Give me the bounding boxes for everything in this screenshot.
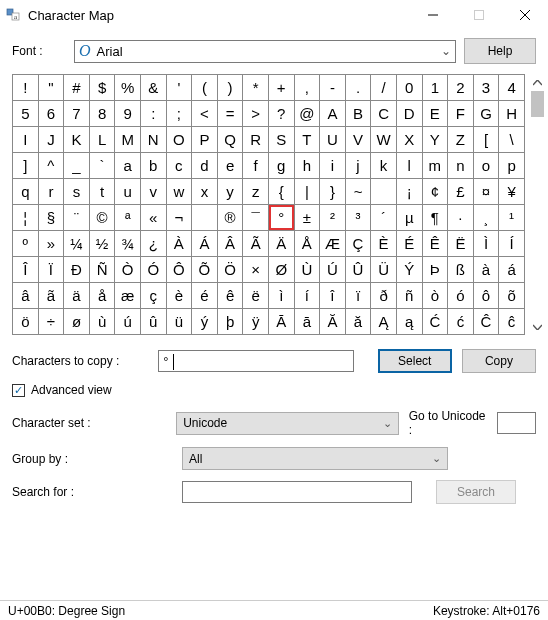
char-cell[interactable]: ã (39, 283, 64, 308)
char-cell[interactable]: j (346, 153, 371, 178)
char-cell[interactable]: B (346, 101, 371, 126)
char-cell[interactable]: 2 (448, 75, 473, 100)
char-cell[interactable]: G (474, 101, 499, 126)
char-cell[interactable]: S (269, 127, 294, 152)
char-cell[interactable]: ) (218, 75, 243, 100)
scroll-thumb[interactable] (531, 91, 544, 117)
char-cell[interactable]: ą (397, 309, 422, 334)
char-cell[interactable]: ¸ (474, 205, 499, 230)
char-cell[interactable]: « (141, 205, 166, 230)
char-cell[interactable]: E (423, 101, 448, 126)
char-cell[interactable]: k (371, 153, 396, 178)
char-cell[interactable]: 3 (474, 75, 499, 100)
char-cell[interactable]: Ø (269, 257, 294, 282)
char-cell[interactable]: ~ (346, 179, 371, 204)
char-cell[interactable]: ô (474, 283, 499, 308)
char-cell[interactable]: [ (474, 127, 499, 152)
char-cell[interactable]: J (39, 127, 64, 152)
char-cell[interactable]: Z (448, 127, 473, 152)
char-cell[interactable]: ³ (346, 205, 371, 230)
char-cell[interactable]: ø (64, 309, 89, 334)
char-cell[interactable]: ' (167, 75, 192, 100)
char-cell[interactable]: t (90, 179, 115, 204)
char-cell[interactable]: Ý (397, 257, 422, 282)
char-cell[interactable]: f (243, 153, 268, 178)
char-cell[interactable]: d (192, 153, 217, 178)
char-cell[interactable]: ß (448, 257, 473, 282)
char-cell[interactable]: o (474, 153, 499, 178)
char-cell[interactable]: b (141, 153, 166, 178)
char-cell[interactable]: & (141, 75, 166, 100)
char-cell[interactable]: º (13, 231, 38, 256)
char-cell[interactable]: v (141, 179, 166, 204)
char-cell[interactable]: x (192, 179, 217, 204)
char-cell[interactable]: § (39, 205, 64, 230)
char-cell[interactable]: { (269, 179, 294, 204)
char-cell[interactable]: é (192, 283, 217, 308)
char-cell[interactable]: » (39, 231, 64, 256)
char-cell[interactable]: C (371, 101, 396, 126)
char-cell[interactable]: Í (499, 231, 524, 256)
char-cell[interactable]: Y (423, 127, 448, 152)
char-cell[interactable]: ò (423, 283, 448, 308)
char-cell[interactable]: í (295, 283, 320, 308)
char-cell[interactable]: ý (192, 309, 217, 334)
close-button[interactable] (502, 0, 548, 30)
char-cell[interactable]: * (243, 75, 268, 100)
char-cell[interactable]: ¿ (141, 231, 166, 256)
char-cell[interactable]: V (346, 127, 371, 152)
char-cell[interactable]: É (397, 231, 422, 256)
char-cell[interactable]: à (474, 257, 499, 282)
char-cell[interactable]: F (448, 101, 473, 126)
char-cell[interactable]: + (269, 75, 294, 100)
char-cell[interactable]: ÷ (39, 309, 64, 334)
char-cell[interactable]: Ò (115, 257, 140, 282)
char-cell[interactable]: ó (448, 283, 473, 308)
char-cell[interactable]: | (295, 179, 320, 204)
char-cell[interactable]: Ö (218, 257, 243, 282)
char-cell[interactable]: N (141, 127, 166, 152)
char-cell[interactable]: ? (269, 101, 294, 126)
char-cell[interactable]: Ĉ (474, 309, 499, 334)
char-cell[interactable]: 6 (39, 101, 64, 126)
char-cell[interactable]: # (64, 75, 89, 100)
help-button[interactable]: Help (464, 38, 536, 64)
grid-scrollbar[interactable] (529, 74, 546, 335)
char-cell[interactable]: > (243, 101, 268, 126)
char-cell[interactable]: µ (397, 205, 422, 230)
char-cell[interactable]: Æ (320, 231, 345, 256)
charset-dropdown[interactable]: Unicode ⌄ (176, 412, 399, 435)
char-cell[interactable]: â (13, 283, 38, 308)
char-cell[interactable]: T (295, 127, 320, 152)
char-cell[interactable]: Ù (295, 257, 320, 282)
char-cell[interactable]: ° (269, 205, 294, 230)
scroll-down-arrow[interactable] (529, 318, 546, 335)
char-cell[interactable]: ¨ (64, 205, 89, 230)
char-cell[interactable]: - (320, 75, 345, 100)
scroll-track[interactable] (529, 91, 546, 318)
char-cell[interactable]: õ (499, 283, 524, 308)
char-cell[interactable]: $ (90, 75, 115, 100)
char-cell[interactable]: £ (448, 179, 473, 204)
char-cell[interactable]: c (167, 153, 192, 178)
char-cell[interactable]: ¶ (423, 205, 448, 230)
char-cell[interactable]: ć (448, 309, 473, 334)
char-cell[interactable]: ¤ (474, 179, 499, 204)
char-cell[interactable]: ¾ (115, 231, 140, 256)
char-cell[interactable]: Ì (474, 231, 499, 256)
char-cell[interactable]: 0 (397, 75, 422, 100)
char-cell[interactable]: D (397, 101, 422, 126)
char-cell[interactable]: 1 (423, 75, 448, 100)
char-cell[interactable]: Ñ (90, 257, 115, 282)
char-cell[interactable]: q (13, 179, 38, 204)
char-cell[interactable]: Ô (167, 257, 192, 282)
char-cell[interactable]: 4 (499, 75, 524, 100)
char-cell[interactable]: s (64, 179, 89, 204)
char-cell[interactable]: Ë (448, 231, 473, 256)
char-cell[interactable]: ï (346, 283, 371, 308)
char-cell[interactable]: ( (192, 75, 217, 100)
char-cell[interactable]: ç (141, 283, 166, 308)
char-cell[interactable]: U (320, 127, 345, 152)
char-cell[interactable]: ¥ (499, 179, 524, 204)
char-cell[interactable]: ² (320, 205, 345, 230)
